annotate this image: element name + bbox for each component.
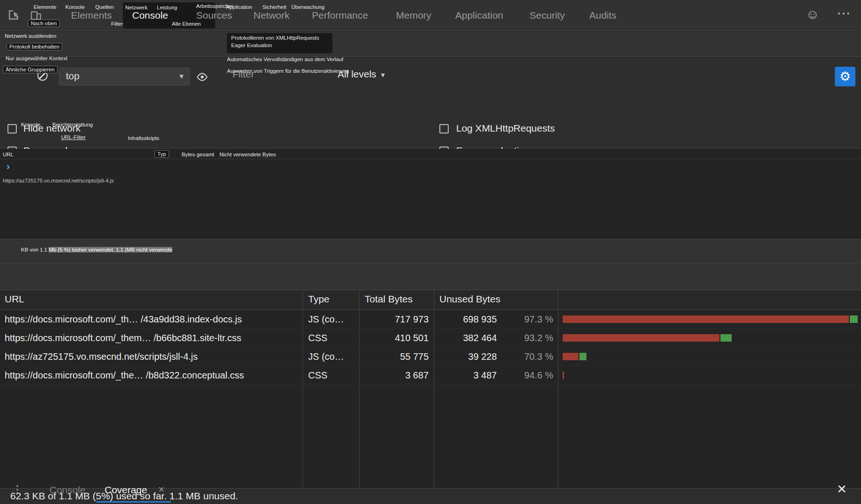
de-label-trigger-benutzeraktivierung: Auswerten von Triggern für die Benutzera… xyxy=(227,68,349,74)
cell-type: JS (co… xyxy=(308,310,344,329)
cell-type: CSS xyxy=(308,366,327,385)
unused-bar-segment xyxy=(563,334,720,342)
usage-bar xyxy=(563,334,732,342)
de-kb-highlight-1: Mb (5 %) bisher verwendet. 1.1 xyxy=(49,247,125,252)
label-log-xmlhttprequests[interactable]: Log XMLHttpRequests xyxy=(456,123,555,134)
de-label-berichterstattung: Berichterstattung xyxy=(52,122,93,127)
de-col-url: URL xyxy=(3,152,14,157)
de-label-autocomplete-verlauf: Automatisches Vervollständigen aus dem V… xyxy=(227,56,343,62)
chevron-down-icon: ▾ xyxy=(179,71,183,81)
column-header-url[interactable]: URL xyxy=(5,294,24,305)
usage-bar xyxy=(563,371,564,379)
table-row[interactable]: https://docs.microsoft.com/_th… /43a9dd3… xyxy=(0,310,861,329)
usage-bar xyxy=(563,315,858,323)
de-kb-prefix: KB von 1.1 xyxy=(21,247,49,252)
de-label-nur-ausgewaehlter-kontext: Nur ausgewählter Kontext xyxy=(6,56,67,61)
de-label-konsole-2: Konsole xyxy=(21,122,41,127)
column-header-total-bytes[interactable]: Total Bytes xyxy=(365,294,413,305)
coverage-tab-close-icon[interactable]: × xyxy=(158,483,164,496)
cell-url[interactable]: https://docs.microsoft.com/_them… /b66bc… xyxy=(5,329,241,347)
de-label-application: Application xyxy=(226,4,252,10)
used-bar-segment xyxy=(850,315,858,323)
de-label-eager-evaluation: Eager Evaluation xyxy=(231,42,328,48)
coverage-tab-label: Coverage xyxy=(105,484,147,496)
de-label-netzwerk-ausblenden: Netzwerk ausblenden xyxy=(5,33,56,39)
cell-type: CSS xyxy=(308,329,327,347)
unused-bar-segment xyxy=(563,353,579,360)
cell-total-bytes: 410 501 xyxy=(364,329,429,347)
used-bar-segment xyxy=(579,353,586,360)
table-row[interactable]: https://docs.microsoft.com/_the… /b8d322… xyxy=(0,366,861,385)
de-kb-highlight-2: (MB nicht verwende xyxy=(125,247,172,252)
console-messages-area xyxy=(0,149,861,239)
usage-bar xyxy=(563,353,586,360)
cell-unused-percent: 94.6 % xyxy=(502,366,553,385)
de-label-inhaltsskripts: Inhaltsskripts xyxy=(128,135,159,141)
de-label-nach-oben: Nach oben xyxy=(28,20,60,27)
de-tooltip-box: Protokollieren von XMLHttpRequests Eager… xyxy=(227,33,332,53)
cell-total-bytes: 3 687 xyxy=(364,366,429,385)
live-expression-eye-icon[interactable] xyxy=(196,71,208,85)
cell-unused-percent: 93.2 % xyxy=(502,329,553,347)
coverage-toolbar: Content scripts xyxy=(0,264,861,290)
cell-total-bytes: 717 973 xyxy=(364,310,429,329)
de-label-protokoll-beibehalten: Protokoll beibehalten xyxy=(7,43,62,50)
de-label-alle-ebenen: Alle Ebenen xyxy=(172,21,201,27)
context-value: top xyxy=(66,70,79,82)
column-divider[interactable] xyxy=(558,290,558,488)
tab-application[interactable]: Application xyxy=(455,0,503,31)
cell-unused-percent: 70.3 % xyxy=(502,347,553,366)
unused-bar-segment xyxy=(563,371,564,379)
de-label-filter: Filter xyxy=(111,21,123,27)
de-label-elemente: Elemente xyxy=(34,4,56,10)
table-row[interactable]: https://az725175.vo.msecnd.net/scripts/j… xyxy=(0,347,861,366)
cell-url[interactable]: https://az725175.vo.msecnd.net/scripts/j… xyxy=(5,347,198,366)
console-toolbar: top ▾ Filter All levels▾ ⚙ xyxy=(0,31,861,57)
de-col-typ: Typ xyxy=(155,150,169,158)
cell-total-bytes: 55 775 xyxy=(364,347,429,366)
console-divider xyxy=(0,159,861,159)
cell-url[interactable]: https://docs.microsoft.com/_th… /43a9dd3… xyxy=(5,310,242,329)
de-label-url-filter: URL-Filter xyxy=(61,134,85,140)
unused-bar-segment xyxy=(563,315,849,323)
de-label-netzwerk: Netzwerk xyxy=(125,5,148,10)
de-label-quellen: Quellen xyxy=(95,4,114,10)
cell-unused-percent: 97.3 % xyxy=(502,310,553,329)
cell-url[interactable]: https://docs.microsoft.com/_the… /b8d322… xyxy=(5,366,244,385)
drawer-close-icon[interactable]: ✕ xyxy=(837,482,847,497)
de-label-leistung: Leistung xyxy=(157,5,177,10)
feedback-smiley-icon[interactable]: ☺ xyxy=(806,7,819,22)
devtools-menu-icon[interactable]: ⋯ xyxy=(837,5,851,21)
inspect-element-icon[interactable] xyxy=(7,8,21,24)
chevron-down-icon: ▾ xyxy=(381,71,385,79)
de-coverage-summary-overlay: KB von 1.1 Mb (5 %) bisher verwendet. 1.… xyxy=(21,247,172,252)
de-label-sicherheit: Sicherheit xyxy=(262,4,286,10)
de-col-bytes-gesamt: Bytes gesamt xyxy=(182,152,214,157)
drawer-tab-coverage[interactable]: Coverage × xyxy=(96,478,171,503)
table-row[interactable]: https://docs.microsoft.com/_them… /b66bc… xyxy=(0,329,861,347)
console-prompt-chevron[interactable]: › xyxy=(7,161,10,172)
used-bar-segment xyxy=(720,334,732,342)
checkbox-log-xmlhttprequests[interactable] xyxy=(439,124,449,133)
tab-memory[interactable]: Memory xyxy=(396,0,431,31)
cell-unused-bytes: 698 935 xyxy=(439,310,497,329)
console-settings-button[interactable]: ⚙ xyxy=(835,67,855,86)
de-label-protokollieren-xhr: Protokollieren von XMLHttpRequests xyxy=(231,35,328,41)
cell-unused-bytes: 39 228 xyxy=(439,347,497,366)
tab-audits[interactable]: Audits xyxy=(589,0,616,31)
coverage-table-header: URL Type Total Bytes Unused Bytes xyxy=(0,290,861,310)
drawer-tab-console[interactable]: Console xyxy=(49,484,85,496)
column-divider[interactable] xyxy=(359,290,360,488)
execution-context-select[interactable]: top ▾ xyxy=(59,68,190,85)
checkbox-hide-network[interactable] xyxy=(7,124,17,133)
column-divider[interactable] xyxy=(434,290,434,488)
de-label-aehnliche-gruppieren: Ähnliche Gruppieren xyxy=(3,66,57,73)
de-col-nicht-verwendet: Nicht verwendete Bytes xyxy=(219,152,276,157)
de-label-konsole: Konsole xyxy=(65,4,85,10)
drawer-menu-kebab-icon[interactable]: ⋮ xyxy=(12,483,22,496)
column-header-type[interactable]: Type xyxy=(308,294,330,305)
column-divider[interactable] xyxy=(303,290,303,488)
column-header-unused-bytes[interactable]: Unused Bytes xyxy=(439,294,501,305)
tab-security[interactable]: Security xyxy=(529,0,565,31)
console-ghost-url: https://az725175.vo.msecnd.net/scripts/j… xyxy=(3,178,114,183)
